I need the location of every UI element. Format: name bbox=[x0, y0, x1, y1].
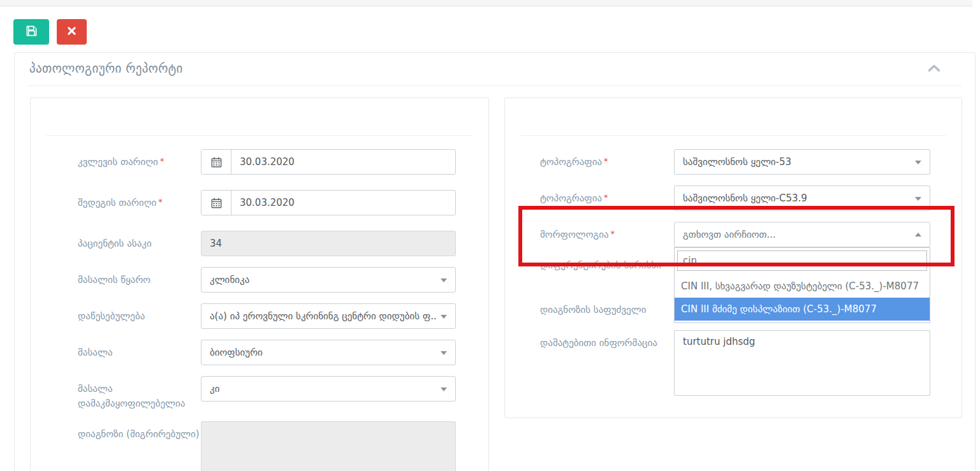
form-row: მორფოლოგია* გთხოვთ აირჩიოთ... CIN III, ს… bbox=[505, 222, 962, 247]
topography1-select[interactable]: საშვილოსნოს ყელი-53 bbox=[674, 149, 930, 175]
morphology-label: მორფოლოგია* bbox=[540, 222, 674, 242]
caret-down-icon bbox=[441, 351, 447, 355]
form-row: შედეგის თარიღი* 30.03.2020 bbox=[31, 190, 488, 215]
dropdown-options-list: CIN III, სხვაგვარად დაუზუსტებელი (C-53._… bbox=[675, 275, 930, 321]
form-row: დაწესებულება ა(ა) იპ ეროვნული სკრინინგ ც… bbox=[31, 303, 488, 329]
form-row: მასალის წყარო კლინიკა bbox=[31, 267, 488, 293]
form-row: ტოპოგრაფია* საშვილოსნოს ყელი-53 bbox=[505, 149, 962, 175]
panel-header: პათოლოგიური რეპორტი bbox=[15, 53, 975, 85]
panel-title: პათოლოგიური რეპორტი bbox=[29, 61, 183, 75]
study-date-input[interactable]: 30.03.2020 bbox=[201, 149, 456, 175]
additional-info-label: დამატებითი ინფორმაცია bbox=[540, 330, 674, 351]
migrated-diagnosis-textarea bbox=[201, 421, 456, 471]
material-source-select[interactable]: კლინიკა bbox=[201, 267, 456, 293]
material-source-label: მასალის წყარო bbox=[78, 267, 201, 287]
right-form-card: ტოპოგრაფია* საშვილოსნოს ყელი-53 ტოპოგრაფ… bbox=[504, 98, 962, 418]
floppy-disk-icon bbox=[26, 25, 38, 39]
caret-down-icon bbox=[441, 315, 447, 319]
card-divider bbox=[46, 135, 473, 136]
calendar-icon[interactable] bbox=[201, 150, 231, 174]
caret-down-icon bbox=[441, 388, 447, 391]
additional-info-textarea[interactable]: turtutru jdhsdg bbox=[674, 330, 930, 396]
save-button[interactable] bbox=[13, 19, 49, 45]
cancel-button[interactable] bbox=[57, 19, 87, 45]
x-icon bbox=[68, 27, 76, 37]
morphology-dropdown: CIN III, სხვაგვარად დაუზუსტებელი (C-53._… bbox=[674, 247, 930, 323]
study-date-label: კვლევის თარიღი* bbox=[78, 149, 201, 170]
panel-header-divider bbox=[27, 85, 962, 86]
material-satisfactory-label: მასალა დამაკმაყოფილებელია bbox=[78, 376, 201, 410]
material-select[interactable]: ბიოფსიური bbox=[201, 340, 456, 365]
result-date-label: შედეგის თარიღი* bbox=[78, 190, 201, 210]
result-date-input[interactable]: 30.03.2020 bbox=[201, 190, 456, 215]
caret-up-icon bbox=[915, 233, 921, 236]
chevron-up-icon bbox=[928, 64, 940, 74]
migrated-diagnosis-label: დიაგნოზი (მიგრირებული) bbox=[78, 421, 201, 442]
form-row: დიაგნოზი (მიგრირებული) bbox=[31, 421, 488, 471]
pathology-report-panel: პათოლოგიური რეპორტი კვლევის თარიღი* 30.0… bbox=[14, 52, 976, 471]
caret-down-icon bbox=[915, 161, 921, 164]
left-form-card: კვლევის თარიღი* 30.03.2020 შედეგის თარიღ… bbox=[30, 98, 489, 471]
patient-age-input: 34 bbox=[201, 231, 456, 256]
calendar-icon[interactable] bbox=[201, 191, 231, 215]
form-row: დამატებითი ინფორმაცია turtutru jdhsdg bbox=[505, 330, 962, 398]
material-satisfactory-select[interactable]: კი bbox=[201, 376, 456, 402]
institution-select[interactable]: ა(ა) იპ ეროვნული სკრინინგ ცენტრი დიდუბის… bbox=[201, 303, 456, 329]
form-row: მასალა დამაკმაყოფილებელია კი bbox=[31, 376, 488, 410]
topography2-select[interactable]: საშვილოსნოს ყელი-C53.9 bbox=[674, 185, 930, 211]
dropdown-option[interactable]: CIN III, სხვაგვარად დაუზუსტებელი (C-53._… bbox=[675, 275, 930, 298]
result-date-value[interactable]: 30.03.2020 bbox=[231, 191, 455, 215]
form-row: პაციენტის ასაკი 34 bbox=[31, 231, 488, 256]
patient-age-label: პაციენტის ასაკი bbox=[78, 231, 201, 251]
differentiation-grade-label: დიფერენცირების ხარისხი bbox=[540, 258, 674, 292]
collapse-panel-button[interactable] bbox=[926, 63, 942, 75]
morphology-select[interactable]: გთხოვთ აირჩიოთ... bbox=[674, 222, 930, 247]
dropdown-option-highlighted[interactable]: CIN III მძიმე დისპლაზიით (C-53._)-M8077 bbox=[675, 298, 930, 321]
form-row: კვლევის თარიღი* 30.03.2020 bbox=[31, 149, 488, 175]
caret-down-icon bbox=[915, 197, 921, 201]
institution-label: დაწესებულება bbox=[78, 303, 201, 324]
topography1-label: ტოპოგრაფია* bbox=[540, 149, 674, 170]
card-divider bbox=[520, 135, 946, 136]
diagnosis-basis-label: დიაგნოზის საფუძველი bbox=[540, 303, 674, 319]
dropdown-search-input[interactable] bbox=[677, 250, 927, 271]
top-residual-strip bbox=[0, 0, 972, 6]
material-label: მასალა bbox=[78, 340, 201, 360]
study-date-value[interactable]: 30.03.2020 bbox=[231, 150, 455, 174]
topography2-label: ტოპოგრაფია* bbox=[540, 185, 674, 206]
form-row: მასალა ბიოფსიური bbox=[31, 340, 488, 365]
caret-down-icon bbox=[441, 279, 447, 282]
form-row: ტოპოგრაფია* საშვილოსნოს ყელი-C53.9 bbox=[505, 185, 962, 211]
